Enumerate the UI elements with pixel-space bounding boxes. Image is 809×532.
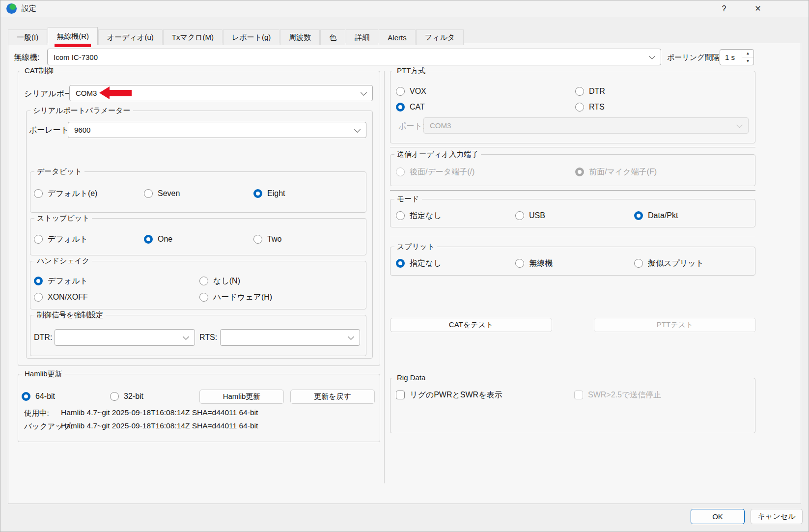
tab-general[interactable]: 一般(I) bbox=[8, 29, 47, 45]
radio-stopbits-two[interactable]: Two bbox=[253, 233, 281, 245]
hamlib-update-button[interactable]: Hamlib更新 bbox=[199, 390, 284, 404]
radio-databits-eight[interactable]: Eight bbox=[253, 188, 285, 199]
radio-icon bbox=[144, 235, 153, 244]
radio-handshake-hardware[interactable]: ハードウェア(H) bbox=[199, 291, 272, 303]
radio-icon bbox=[34, 189, 43, 198]
radio-icon bbox=[396, 211, 405, 220]
chevron-down-icon bbox=[354, 126, 361, 133]
chevron-down-icon bbox=[183, 334, 189, 340]
annotation-arrow-head bbox=[99, 86, 110, 99]
radio-databits-seven[interactable]: Seven bbox=[144, 188, 180, 199]
radio-handshake-default[interactable]: デフォルト bbox=[34, 275, 88, 287]
radio-txaudio-rear-data: 後面/データ端子(/) bbox=[396, 166, 474, 178]
spin-buttons: ▲ ▼ bbox=[742, 50, 753, 65]
tx-audio-title: 送信オーディオ入力端子 bbox=[394, 150, 481, 159]
rts-label: RTS: bbox=[199, 333, 217, 342]
radio-split-fake[interactable]: 擬似スプリット bbox=[634, 257, 704, 269]
baud-value: 9600 bbox=[74, 126, 90, 134]
tab-frequencies[interactable]: 周波数 bbox=[280, 29, 320, 45]
radio-icon bbox=[253, 189, 262, 198]
tab-radio[interactable]: 無線機(R) bbox=[48, 27, 98, 45]
tab-tx-macros[interactable]: Txマクロ(M) bbox=[163, 29, 223, 45]
radio-hamlib-32bit[interactable]: 32-bit bbox=[110, 391, 143, 402]
ptt-port-label: ポート: bbox=[398, 121, 424, 132]
radio-ptt-cat[interactable]: CAT bbox=[396, 101, 425, 113]
hamlib-inuse-label: 使用中: bbox=[24, 408, 49, 419]
radio-icon bbox=[634, 259, 643, 268]
tab-filters[interactable]: フィルタ bbox=[416, 29, 464, 45]
radio-ptt-vox[interactable]: VOX bbox=[396, 85, 426, 97]
chevron-down-icon bbox=[348, 334, 354, 340]
checkbox-show-pwr-swr[interactable]: リグのPWRとSWRを表示 bbox=[396, 389, 502, 401]
radio-stopbits-default[interactable]: デフォルト bbox=[34, 233, 88, 245]
radio-handshake-xonxoff[interactable]: XON/XOFF bbox=[34, 291, 88, 303]
tab-audio[interactable]: オーディオ(u) bbox=[98, 29, 163, 45]
radio-hamlib-64bit[interactable]: 64-bit bbox=[22, 391, 55, 402]
radio-icon bbox=[396, 168, 405, 176]
radio-split-none[interactable]: 指定なし bbox=[396, 257, 442, 269]
tab-colors[interactable]: 色 bbox=[320, 29, 345, 45]
separator bbox=[390, 237, 755, 237]
ptt-port-value: COM3 bbox=[430, 121, 451, 130]
radio-split-rig[interactable]: 無線機 bbox=[515, 257, 553, 269]
cancel-button[interactable]: キャンセル bbox=[751, 509, 803, 524]
rig-combo[interactable]: Icom IC-7300 bbox=[47, 49, 661, 65]
radio-mode-none[interactable]: 指定なし bbox=[396, 210, 442, 222]
radio-handshake-none[interactable]: なし(N) bbox=[199, 275, 240, 287]
separator bbox=[390, 190, 755, 191]
annotation-underline bbox=[55, 44, 91, 47]
handshake-title: ハンドシェイク bbox=[34, 256, 92, 266]
checkbox-swr-stop-tx: SWR>2.5で送信停止 bbox=[574, 389, 661, 401]
radio-icon bbox=[515, 211, 524, 220]
hamlib-inuse-value: Hamlib 4.7~git 2025-09-18T16:08:14Z SHA=… bbox=[61, 408, 258, 417]
dtr-combo[interactable] bbox=[55, 329, 195, 346]
radio-icon bbox=[144, 189, 153, 198]
annotation-arrow-shaft bbox=[109, 90, 132, 96]
checkbox-icon bbox=[396, 391, 405, 399]
test-cat-button[interactable]: CATをテスト bbox=[390, 318, 552, 332]
dtr-label: DTR: bbox=[34, 333, 52, 342]
tab-reporting[interactable]: レポート(g) bbox=[223, 29, 279, 45]
radio-icon bbox=[396, 259, 405, 268]
radio-icon bbox=[34, 277, 43, 285]
separator bbox=[390, 147, 755, 147]
radio-icon bbox=[396, 87, 405, 96]
radio-mode-usb[interactable]: USB bbox=[515, 210, 545, 222]
tab-advanced[interactable]: 詳細 bbox=[346, 29, 378, 45]
radio-databits-default[interactable]: デフォルト(e) bbox=[34, 188, 97, 199]
ok-button[interactable]: OK bbox=[691, 509, 745, 524]
spin-up-icon[interactable]: ▲ bbox=[742, 50, 753, 57]
close-icon[interactable]: ✕ bbox=[748, 0, 768, 17]
polling-spinbox[interactable]: 1 s ▲ ▼ bbox=[720, 49, 754, 65]
stop-bits-title: ストップビット bbox=[34, 214, 92, 223]
radio-ptt-dtr[interactable]: DTR bbox=[575, 85, 605, 97]
radio-icon bbox=[575, 103, 584, 112]
ptt-port-combo: COM3 bbox=[423, 117, 749, 134]
tab-bar: 一般(I) 無線機(R) オーディオ(u) Txマクロ(M) レポート(g) 周… bbox=[8, 27, 464, 45]
radio-icon bbox=[634, 211, 643, 220]
radio-icon bbox=[34, 293, 43, 302]
help-icon[interactable]: ? bbox=[714, 0, 734, 17]
rig-combo-value: Icom IC-7300 bbox=[54, 53, 98, 61]
serial-port-value: COM3 bbox=[76, 89, 97, 97]
ptt-method-title: PTT方式 bbox=[394, 66, 428, 76]
radio-icon bbox=[22, 392, 30, 401]
baud-label: ボーレート: bbox=[29, 125, 71, 136]
polling-label: ポーリング間隔: bbox=[667, 53, 722, 62]
spin-down-icon[interactable]: ▼ bbox=[742, 57, 753, 65]
radio-ptt-rts[interactable]: RTS bbox=[575, 101, 605, 113]
chevron-down-icon bbox=[649, 53, 655, 59]
chevron-down-icon bbox=[361, 89, 367, 96]
rig-data-title: Rig Data bbox=[394, 373, 428, 382]
globe-icon bbox=[6, 3, 17, 14]
test-ptt-button: PTTテスト bbox=[594, 318, 756, 332]
radio-stopbits-one[interactable]: One bbox=[144, 233, 172, 245]
split-title: スプリット bbox=[394, 242, 437, 252]
tab-alerts[interactable]: Alerts bbox=[379, 29, 415, 45]
chevron-down-icon bbox=[736, 122, 743, 128]
hamlib-revert-button[interactable]: 更新を戻す bbox=[290, 390, 375, 404]
radio-icon bbox=[515, 259, 524, 268]
radio-mode-data-pkt[interactable]: Data/Pkt bbox=[634, 210, 678, 222]
rts-combo[interactable] bbox=[220, 329, 360, 346]
baud-combo[interactable]: 9600 bbox=[68, 122, 366, 138]
